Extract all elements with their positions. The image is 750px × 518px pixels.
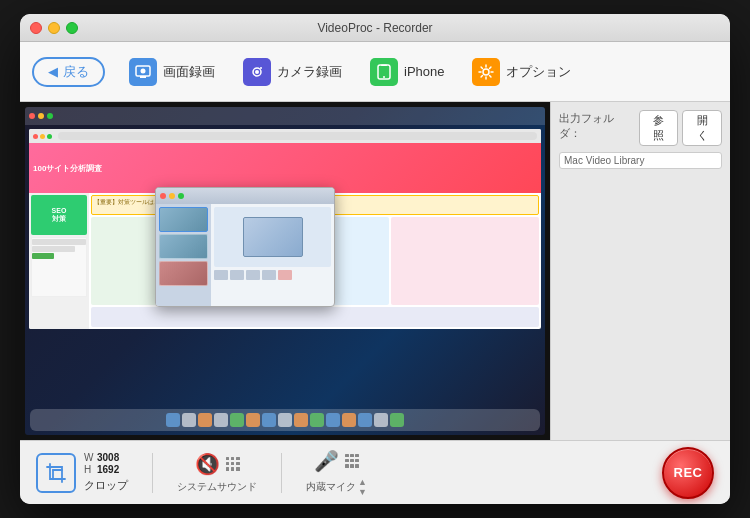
svg-point-8 (383, 76, 385, 78)
sidebar: 出力フォルダ： 参照 開く Mac Video Library (550, 102, 730, 440)
dock-icon-7[interactable] (262, 413, 276, 427)
dock-icon-13[interactable] (358, 413, 372, 427)
browser-dot2 (40, 134, 45, 139)
mic-control[interactable]: 🎤 内蔵マイク ▲▼ (306, 449, 367, 497)
camera-record-icon (243, 58, 271, 86)
dock-icon-14[interactable] (374, 413, 388, 427)
maximize-button[interactable] (66, 22, 78, 34)
svg-point-5 (260, 67, 262, 69)
g6 (236, 462, 240, 466)
sidebar-content (31, 237, 87, 297)
ctrl4[interactable] (262, 270, 276, 280)
thumb1 (159, 207, 208, 232)
ctrl1[interactable] (214, 270, 228, 280)
mic-label-row: 内蔵マイク ▲▼ (306, 477, 367, 497)
thumb2 (159, 234, 208, 259)
dock-icon-2[interactable] (182, 413, 196, 427)
system-sound-grid-icon (226, 457, 240, 471)
mg7 (345, 464, 349, 468)
mg1 (345, 454, 349, 458)
thumb3 (159, 261, 208, 286)
options-label: オプション (506, 63, 571, 81)
dock-icon-10[interactable] (310, 413, 324, 427)
ctrl3[interactable] (246, 270, 260, 280)
svg-rect-7 (381, 64, 387, 66)
col3 (391, 217, 539, 305)
dock-icon-1[interactable] (166, 413, 180, 427)
speaker-muted-icon: 🔇 (195, 452, 220, 476)
toolbar: ◀ 戻る 画面録画 カメラ録画 (20, 42, 730, 102)
screen-record-label: 画面録画 (163, 63, 215, 81)
separator2 (281, 453, 282, 493)
bottom-bar: W 3008 H 1692 クロップ 🔇 (20, 440, 730, 504)
mic-inner: 🎤 (314, 449, 359, 473)
iphone-icon (370, 58, 398, 86)
height-value: 1692 (97, 464, 119, 475)
bottom-section (91, 307, 539, 327)
mg2 (350, 454, 354, 458)
ctrl5[interactable] (278, 270, 292, 280)
mic-grid-icon (345, 454, 359, 468)
dock-icon-3[interactable] (198, 413, 212, 427)
preview-area (214, 207, 331, 267)
screen-record-button[interactable]: 画面録画 (117, 52, 227, 92)
camera-record-button[interactable]: カメラ録画 (231, 52, 354, 92)
close-button[interactable] (30, 22, 42, 34)
mic-label: 内蔵マイク (306, 480, 356, 494)
dock-icon-15[interactable] (390, 413, 404, 427)
output-folder-row: 出力フォルダ： 参照 開く (559, 110, 722, 146)
g5 (231, 462, 235, 466)
mg8 (350, 464, 354, 468)
seo-text: SEO対策 (52, 207, 67, 224)
ctrl2[interactable] (230, 270, 244, 280)
open-button[interactable]: 開く (682, 110, 722, 146)
dock-icon-4[interactable] (214, 413, 228, 427)
ov-dot3 (178, 193, 184, 199)
g8 (231, 467, 235, 471)
width-value: 3008 (97, 452, 119, 463)
main-preview: 100サイト分析調査 SEO対策 (20, 102, 550, 440)
text2 (32, 246, 75, 252)
options-button[interactable]: オプション (460, 52, 583, 92)
overlay-body (156, 204, 334, 306)
rec-label: REC (674, 465, 703, 480)
dot2 (38, 113, 44, 119)
height-label: H (84, 464, 94, 475)
system-sound-control[interactable]: 🔇 システムサウンド (177, 452, 257, 494)
mg5 (350, 459, 354, 463)
g7 (226, 467, 230, 471)
browse-button[interactable]: 参照 (639, 110, 679, 146)
rec-button[interactable]: REC (662, 447, 714, 499)
svg-point-9 (483, 69, 489, 75)
output-path: Mac Video Library (559, 152, 722, 169)
overlay-titlebar (156, 188, 334, 204)
g1 (226, 457, 230, 461)
separator1 (152, 453, 153, 493)
crop-button[interactable] (36, 453, 76, 493)
browser-dot1 (33, 134, 38, 139)
dock-icon-11[interactable] (326, 413, 340, 427)
dock-icon-8[interactable] (278, 413, 292, 427)
dock-icon-6[interactable] (246, 413, 260, 427)
iphone-button[interactable]: iPhone (358, 52, 456, 92)
text3 (32, 253, 54, 259)
crop-dimensions: W 3008 H 1692 クロップ (84, 452, 128, 493)
dock-icon-5[interactable] (230, 413, 244, 427)
height-row: H 1692 (84, 464, 128, 475)
overlay-preview (211, 204, 334, 306)
dock-icon-9[interactable] (294, 413, 308, 427)
svg-point-4 (255, 70, 259, 74)
g3 (236, 457, 240, 461)
minimize-button[interactable] (48, 22, 60, 34)
svg-rect-1 (140, 76, 146, 78)
g4 (226, 462, 230, 466)
back-button[interactable]: ◀ 戻る (32, 57, 105, 87)
mg3 (355, 454, 359, 458)
system-sound-inner: 🔇 (195, 452, 240, 476)
mic-arrow-icon: ▲▼ (358, 477, 367, 497)
preview-screen: 100サイト分析調査 SEO対策 (20, 102, 550, 440)
ov-dot2 (169, 193, 175, 199)
dock-icon-12[interactable] (342, 413, 356, 427)
address-bar (58, 132, 537, 140)
titlebar: VideoProc - Recorder (20, 14, 730, 42)
